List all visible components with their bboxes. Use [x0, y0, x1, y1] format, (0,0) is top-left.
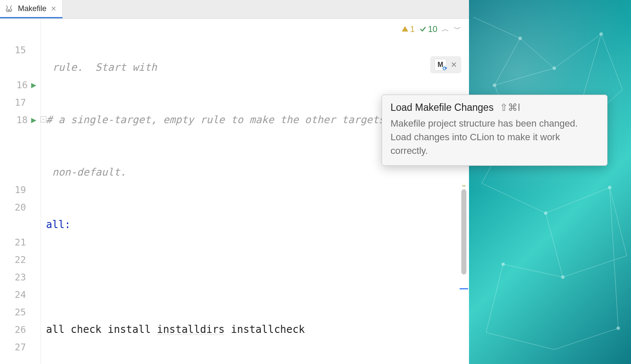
svg-point-1	[493, 84, 496, 87]
tooltip-load-changes: Load Makefile Changes ⇧⌘I Makefile proje…	[382, 95, 608, 166]
svg-point-6	[544, 211, 547, 215]
close-icon[interactable]: ✕	[51, 5, 56, 13]
tab-label: Makefile	[18, 4, 46, 13]
tooltip-body: Makefile project structure has been chan…	[391, 117, 599, 158]
line-number: 25	[10, 307, 26, 318]
gutter-row	[0, 146, 41, 164]
line-number: 18	[12, 115, 28, 125]
caret-marker	[460, 288, 468, 289]
svg-point-2	[553, 66, 556, 70]
gutter-row: 20	[0, 199, 41, 216]
tooltip-shortcut: ⇧⌘I	[500, 102, 520, 113]
code-area[interactable]: 1 10 ︿ ﹀ M ⟳ ✕ 1516▶1718▶192021222324252…	[0, 19, 469, 364]
svg-point-0	[518, 37, 522, 40]
svg-point-7	[608, 186, 611, 189]
line-number: 24	[10, 289, 26, 300]
tooltip-title: Load Makefile Changes ⇧⌘I	[391, 102, 599, 113]
svg-point-9	[501, 263, 505, 266]
svg-point-8	[561, 275, 564, 279]
desktop-background	[469, 0, 631, 364]
code-content[interactable]: rule. Start with # a single-target, empt…	[41, 19, 469, 364]
line-number: 16	[12, 80, 28, 90]
run-gutter-icon[interactable]: ▶	[31, 81, 36, 89]
editor-panel: Makefile ✕ 1 10 ︿ ﹀ M ⟳ ✕ 1516▶1718▶1920…	[0, 0, 469, 364]
fold-icon[interactable]: −	[41, 116, 46, 122]
line-number: 26	[10, 324, 26, 335]
line-number: 15	[10, 45, 26, 55]
gutter-row: 19	[0, 181, 41, 199]
run-gutter-icon[interactable]: ▶	[31, 116, 36, 124]
gutter: 1516▶1718▶192021222324252627	[0, 19, 41, 364]
tab-bar: Makefile ✕	[0, 0, 469, 19]
svg-point-3	[599, 32, 603, 36]
svg-point-11	[8, 10, 9, 11]
gutter-row: 16▶	[0, 76, 41, 94]
line-number: 27	[10, 342, 26, 352]
gutter-row: 21	[0, 234, 41, 251]
line-number: 20	[10, 202, 26, 213]
scrollbar[interactable]	[461, 44, 466, 364]
svg-point-12	[9, 10, 10, 11]
line-number: 22	[10, 254, 26, 265]
line-number: 17	[10, 97, 26, 108]
gutter-row: 22	[0, 251, 41, 269]
gutter-row: 26	[0, 321, 41, 338]
gnu-icon	[4, 4, 14, 13]
gutter-row	[0, 24, 41, 41]
gutter-row: 15	[0, 41, 41, 59]
line-number: 21	[10, 237, 26, 248]
gutter-row: 17	[0, 94, 41, 111]
scrollbar-thumb[interactable]	[461, 189, 466, 274]
svg-point-10	[617, 326, 620, 330]
gutter-row: 23	[0, 269, 41, 286]
gutter-row	[0, 216, 41, 234]
line-number: 23	[10, 272, 26, 283]
gutter-row	[0, 129, 41, 146]
tab-makefile[interactable]: Makefile ✕	[0, 0, 63, 18]
gutter-row	[0, 59, 41, 76]
line-number: 19	[10, 185, 26, 195]
gutter-row: 18▶	[0, 111, 41, 129]
gutter-row	[0, 164, 41, 181]
gutter-row: 24	[0, 286, 41, 303]
gutter-row: 25	[0, 303, 41, 321]
gutter-row: 27	[0, 338, 41, 356]
